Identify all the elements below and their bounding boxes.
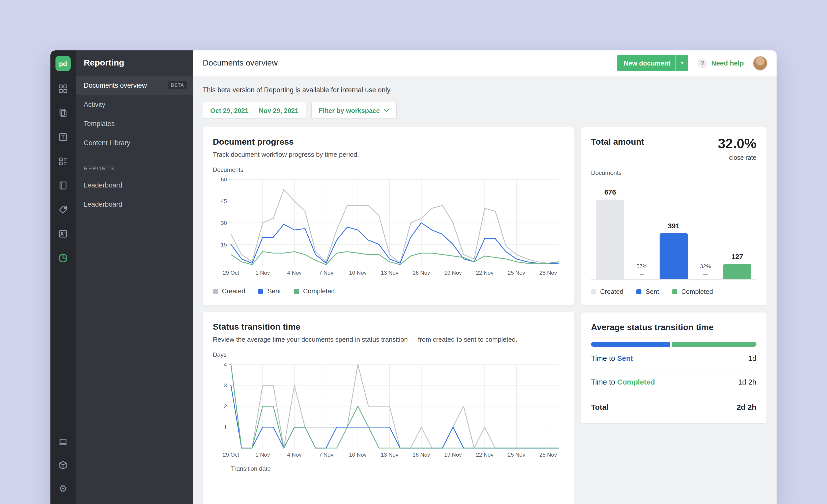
y-axis-label: Documents bbox=[213, 166, 564, 173]
card-title: Average status transition time bbox=[591, 322, 757, 333]
row-status: Completed bbox=[617, 378, 655, 386]
bar-value: 676 bbox=[604, 188, 616, 196]
sidebar-item-leaderboard-2[interactable]: Leaderboard bbox=[76, 195, 193, 214]
date-range-label: Oct 29, 2021 — Nov 29, 2021 bbox=[210, 107, 298, 114]
progress-completed-segment bbox=[672, 342, 757, 347]
rail-bottom-icons: ⚙ bbox=[54, 434, 71, 504]
sidebar-item-activity[interactable]: Activity bbox=[76, 95, 193, 114]
right-column: Total amount 32.0% close rate Documents … bbox=[581, 127, 767, 423]
need-help-label: Need help bbox=[711, 59, 744, 67]
svg-text:16 Nov: 16 Nov bbox=[412, 452, 430, 458]
sidebar-item-documents-overview[interactable]: Documents overview BETA bbox=[76, 75, 193, 95]
sidebar-item-label: Content Library bbox=[84, 139, 130, 146]
svg-text:3: 3 bbox=[224, 382, 227, 389]
legend-swatch bbox=[672, 289, 677, 294]
svg-text:45: 45 bbox=[221, 198, 227, 204]
legend-swatch bbox=[637, 289, 642, 294]
arrow-right-icon: → bbox=[702, 269, 709, 277]
close-rate-value: 32.0% bbox=[718, 137, 757, 151]
svg-text:15: 15 bbox=[221, 241, 227, 248]
help-icon: ? bbox=[698, 58, 707, 68]
total-value: 2d 2h bbox=[737, 403, 757, 411]
sidebar-item-templates[interactable]: Templates bbox=[76, 114, 193, 133]
card-title: Document progress bbox=[213, 137, 564, 147]
bar-completed: 127 bbox=[723, 253, 751, 279]
svg-text:19 Nov: 19 Nov bbox=[444, 270, 462, 276]
sidebar-item-leaderboard-1[interactable]: Leaderboard bbox=[76, 175, 193, 195]
svg-text:16 Nov: 16 Nov bbox=[412, 270, 430, 276]
row-value: 1d 2h bbox=[738, 378, 757, 386]
legend-item-sent: Sent bbox=[637, 288, 659, 295]
reports-icon-active[interactable] bbox=[54, 249, 71, 267]
page-title: Documents overview bbox=[203, 58, 278, 67]
bar-sent: 391 bbox=[660, 222, 688, 279]
bar-value: 127 bbox=[731, 253, 743, 261]
card-subtitle: Track document workflow progress by time… bbox=[213, 151, 564, 158]
svg-text:19 Nov: 19 Nov bbox=[444, 452, 462, 458]
transition-pct: 32% bbox=[700, 263, 711, 269]
pandadoc-logo[interactable]: pd bbox=[55, 56, 70, 71]
sidebar-item-content-library[interactable]: Content Library bbox=[76, 133, 193, 152]
documents-icon[interactable] bbox=[54, 104, 71, 121]
total-amount-bar-chart: 676 57% → 391 bbox=[591, 179, 757, 280]
new-document-button[interactable]: New document ▾ bbox=[617, 55, 689, 71]
dashboard-icon[interactable] bbox=[54, 80, 71, 97]
bar bbox=[723, 264, 751, 279]
row-prefix: Time to bbox=[591, 354, 615, 362]
avatar[interactable] bbox=[753, 56, 768, 70]
contacts-icon[interactable] bbox=[54, 225, 71, 242]
forms-icon[interactable] bbox=[54, 153, 71, 170]
sidebar-item-label: Templates bbox=[84, 120, 115, 127]
arrow-right-icon: → bbox=[638, 269, 646, 277]
chart-legend: Created Sent Completed bbox=[591, 288, 757, 295]
legend-swatch bbox=[294, 289, 299, 294]
desktop-background: pd bbox=[0, 0, 827, 504]
svg-text:29 Oct: 29 Oct bbox=[223, 270, 239, 276]
sidebar-title: Reporting bbox=[76, 50, 193, 75]
integrations-icon[interactable] bbox=[54, 457, 71, 474]
svg-text:28 Nov: 28 Nov bbox=[539, 270, 557, 276]
templates-icon[interactable] bbox=[54, 129, 71, 146]
gear-glyph: ⚙ bbox=[59, 484, 67, 493]
date-range-filter[interactable]: Oct 29, 2021 — Nov 29, 2021 bbox=[203, 102, 306, 119]
need-help-button[interactable]: ? Need help bbox=[698, 58, 744, 68]
workspace-filter[interactable]: Filter by workspace bbox=[311, 102, 397, 119]
row-value: 1d bbox=[748, 354, 757, 362]
sidebar-item-label: Leaderboard bbox=[84, 200, 122, 208]
svg-text:28 Nov: 28 Nov bbox=[539, 452, 557, 458]
total-row: Total 2d 2h bbox=[591, 394, 757, 413]
close-rate-caption: close rate bbox=[718, 154, 757, 161]
transition-progress-bar bbox=[591, 342, 757, 347]
card-subtitle: Review the average time your documents s… bbox=[213, 336, 564, 343]
svg-text:60: 60 bbox=[221, 177, 227, 183]
svg-text:10 Nov: 10 Nov bbox=[349, 452, 367, 458]
inbox-icon[interactable] bbox=[54, 434, 71, 451]
catalog-tag-icon[interactable] bbox=[54, 201, 71, 218]
svg-text:4 Nov: 4 Nov bbox=[287, 452, 301, 458]
left-column: Document progress Track document workflo… bbox=[203, 127, 574, 504]
svg-text:13 Nov: 13 Nov bbox=[381, 270, 398, 276]
svg-text:13 Nov: 13 Nov bbox=[381, 452, 398, 458]
sidebar-item-label: Activity bbox=[84, 101, 105, 108]
card-title: Status transition time bbox=[213, 322, 564, 332]
legend-item-completed: Completed bbox=[672, 288, 713, 295]
progress-sent-segment bbox=[591, 342, 670, 347]
bar bbox=[596, 200, 624, 279]
icon-rail: pd bbox=[50, 50, 76, 504]
svg-text:7 Nov: 7 Nov bbox=[319, 452, 333, 458]
bar bbox=[660, 233, 688, 279]
sidebar-nav: Documents overview BETA Activity Templat… bbox=[76, 75, 193, 214]
logo-text: pd bbox=[59, 60, 67, 67]
row-prefix: Time to bbox=[591, 378, 615, 386]
row-label: Time to Completed bbox=[591, 378, 655, 386]
sidebar-section-reports: REPORTS bbox=[76, 165, 193, 171]
total-amount-header: Total amount 32.0% close rate bbox=[591, 137, 757, 161]
library-icon[interactable] bbox=[54, 177, 71, 194]
settings-gear-icon[interactable]: ⚙ bbox=[54, 480, 71, 497]
legend-label: Sent bbox=[267, 287, 281, 295]
svg-text:29 Oct: 29 Oct bbox=[223, 452, 239, 458]
svg-text:4: 4 bbox=[224, 361, 227, 368]
beta-banner: This beta version of Reporting is availa… bbox=[203, 86, 767, 94]
dashboard-grid: Document progress Track document workflo… bbox=[203, 127, 767, 504]
legend-label: Created bbox=[222, 287, 245, 295]
